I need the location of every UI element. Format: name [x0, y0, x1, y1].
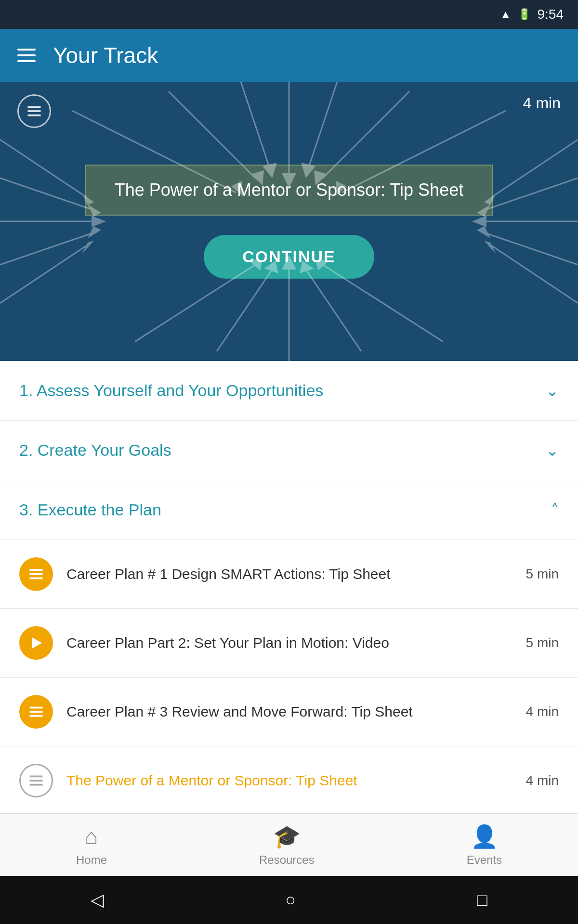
svg-marker-1 — [282, 173, 296, 188]
svg-line-22 — [0, 245, 87, 303]
svg-marker-43 — [315, 260, 329, 270]
svg-marker-7 — [250, 170, 264, 185]
svg-rect-53 — [30, 715, 43, 717]
svg-line-12 — [342, 111, 506, 192]
nav-events[interactable]: 👤 Events — [467, 823, 502, 867]
hero-banner: 4 min The Power of a Mentor or Sponsor: … — [0, 82, 578, 361]
section-3-title: 3. Execute the Plan — [19, 500, 161, 519]
section-2-header[interactable]: 2. Create Your Goals ⌄ — [0, 421, 578, 480]
menu-button[interactable] — [17, 49, 36, 62]
item-3-1-text: Career Plan # 1 Design SMART Actions: Ti… — [66, 566, 512, 582]
item-3-1-icon — [19, 557, 53, 591]
svg-line-40 — [135, 265, 255, 342]
track-item-3-1[interactable]: Career Plan # 1 Design SMART Actions: Ti… — [0, 540, 578, 609]
item-3-4-icon — [19, 764, 53, 797]
svg-rect-44 — [28, 106, 41, 108]
section-1-title: 1. Assess Yourself and Your Opportunitie… — [19, 381, 323, 400]
home-icon: ⌂ — [85, 823, 98, 849]
svg-marker-5 — [301, 163, 315, 178]
item-3-3-time: 4 min — [526, 704, 559, 719]
svg-rect-56 — [30, 784, 43, 786]
status-bar: ▲ 🔋 9:54 — [0, 0, 578, 29]
svg-marker-9 — [314, 170, 328, 185]
track-item-3-4[interactable]: The Power of a Mentor or Sponsor: Tip Sh… — [0, 746, 578, 815]
item-3-4-text: The Power of a Mentor or Sponsor: Tip Sh… — [66, 772, 512, 789]
events-icon: 👤 — [471, 823, 498, 849]
item-3-2-text: Career Plan Part 2: Set Your Plan in Mot… — [66, 635, 512, 651]
section-1-chevron: ⌄ — [546, 382, 559, 400]
svg-marker-27 — [477, 205, 490, 217]
android-nav-bar: ◁ ○ □ — [0, 876, 578, 924]
svg-line-16 — [0, 178, 92, 209]
item-3-2-time: 5 min — [526, 635, 559, 651]
svg-marker-19 — [88, 226, 101, 238]
track-item-3-3[interactable]: Career Plan # 3 Review and Move Forward:… — [0, 678, 578, 746]
svg-marker-21 — [82, 193, 94, 205]
nav-resources[interactable]: 🎓 Resources — [259, 823, 315, 867]
resources-icon: 🎓 — [273, 823, 301, 849]
hero-duration: 4 min — [523, 94, 561, 112]
svg-line-20 — [0, 140, 87, 197]
section-3-header[interactable]: 3. Execute the Plan ˄ — [0, 480, 578, 540]
status-time: 9:54 — [538, 7, 564, 22]
svg-marker-25 — [472, 216, 486, 227]
page-title: Your Track — [53, 42, 158, 68]
svg-line-32 — [491, 245, 578, 303]
svg-line-4 — [308, 82, 337, 168]
svg-marker-31 — [484, 193, 496, 205]
hero-menu-icon[interactable] — [17, 94, 51, 128]
item-3-3-icon — [19, 695, 53, 729]
nav-events-label: Events — [467, 853, 502, 867]
wifi-icon: ▲ — [500, 8, 511, 21]
section-2-chevron: ⌄ — [546, 441, 559, 460]
svg-rect-47 — [30, 569, 43, 571]
battery-icon: 🔋 — [518, 8, 531, 21]
svg-marker-35 — [282, 255, 296, 270]
svg-marker-29 — [477, 226, 490, 238]
svg-line-28 — [486, 233, 578, 265]
hero-background — [0, 82, 578, 361]
item-3-3-text: Career Plan # 3 Review and Move Forward:… — [66, 704, 512, 720]
svg-line-38 — [306, 270, 361, 351]
svg-marker-3 — [263, 163, 277, 178]
svg-marker-15 — [92, 216, 106, 227]
svg-marker-41 — [249, 260, 263, 270]
svg-line-42 — [323, 265, 443, 342]
track-item-3-2[interactable]: Career Plan Part 2: Set Your Plan in Mot… — [0, 609, 578, 678]
nav-home-label: Home — [76, 853, 107, 867]
svg-rect-55 — [30, 780, 43, 782]
section-1-header[interactable]: 1. Assess Yourself and Your Opportunitie… — [0, 361, 578, 421]
track-list: 1. Assess Yourself and Your Opportunitie… — [0, 361, 578, 875]
svg-rect-49 — [30, 578, 43, 579]
svg-marker-11 — [231, 181, 243, 196]
nav-resources-label: Resources — [259, 853, 315, 867]
android-back-button[interactable]: ◁ — [91, 890, 104, 910]
android-recent-button[interactable]: □ — [477, 890, 487, 910]
svg-rect-51 — [30, 707, 43, 709]
item-3-1-time: 5 min — [526, 566, 559, 582]
svg-rect-54 — [30, 776, 43, 778]
svg-line-26 — [486, 178, 578, 209]
status-icons: ▲ 🔋 9:54 — [500, 7, 564, 22]
svg-line-10 — [72, 111, 236, 192]
android-home-button[interactable]: ○ — [285, 890, 296, 910]
section-2-title: 2. Create Your Goals — [19, 441, 171, 460]
section-3-chevron: ˄ — [551, 501, 559, 519]
bottom-nav: ⌂ Home 🎓 Resources 👤 Events — [0, 813, 578, 876]
item-3-4-time: 4 min — [526, 773, 559, 788]
svg-rect-48 — [30, 573, 43, 575]
svg-line-18 — [0, 233, 92, 265]
svg-line-30 — [491, 140, 578, 197]
svg-rect-45 — [28, 110, 41, 112]
svg-line-2 — [241, 82, 270, 168]
svg-line-36 — [217, 270, 272, 351]
svg-rect-52 — [30, 711, 43, 713]
svg-marker-13 — [335, 181, 347, 196]
app-bar: Your Track — [0, 29, 578, 82]
svg-rect-46 — [28, 115, 41, 116]
svg-marker-17 — [88, 205, 101, 217]
item-3-2-icon — [19, 626, 53, 660]
nav-home[interactable]: ⌂ Home — [76, 823, 107, 867]
svg-marker-50 — [32, 637, 42, 649]
